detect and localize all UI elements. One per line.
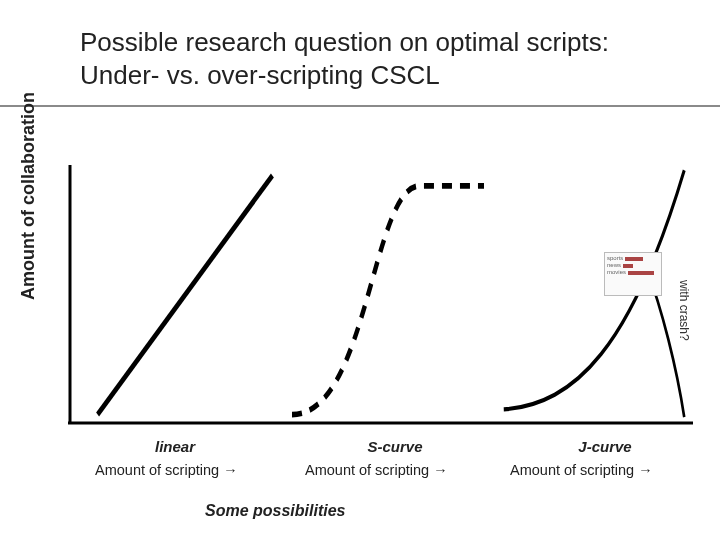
panel-linear — [90, 165, 280, 425]
curve-linear — [90, 165, 280, 425]
label-scurve: S-curve — [335, 438, 455, 455]
curve-s — [288, 165, 488, 425]
label-jcurve: J-curve — [545, 438, 665, 455]
plot-area — [68, 165, 693, 425]
slide-title: Possible research question on optimal sc… — [0, 18, 720, 107]
footer-caption: Some possibilities — [205, 502, 345, 520]
xlabel-linear: Amount of scripting → — [95, 462, 238, 478]
y-axis-label: Amount of collaboration — [18, 92, 39, 300]
crash-annotation: with crash? — [677, 280, 691, 341]
label-linear: linear — [125, 438, 225, 455]
xlabel-scurve: Amount of scripting → — [305, 462, 448, 478]
xlabel-jcurve: Amount of scripting → — [510, 462, 653, 478]
panel-scurve — [288, 165, 488, 425]
thumbnail-image: sports news movies — [604, 252, 662, 296]
